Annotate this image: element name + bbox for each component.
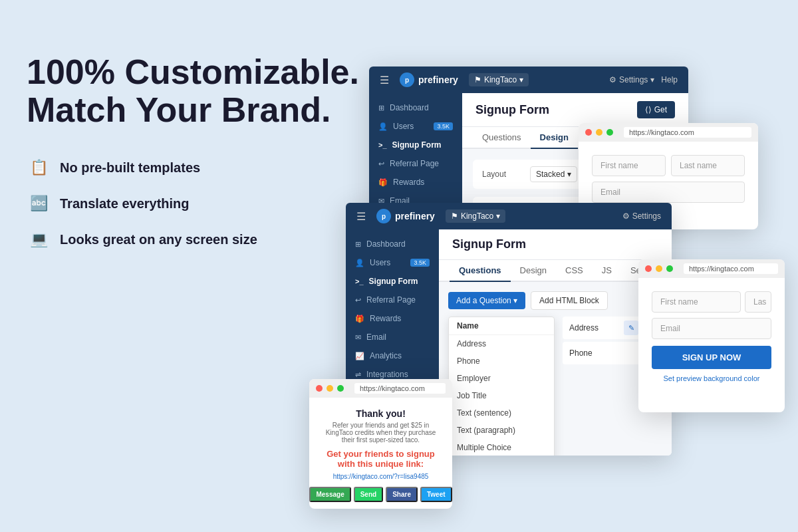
question-label-address: Address	[569, 323, 598, 332]
dropdown-item-text-paragraph[interactable]: Text (paragraph)	[449, 422, 554, 439]
dropdown-item-job-title[interactable]: Job Title	[449, 387, 554, 404]
feature-icon-1: 📋	[27, 156, 51, 180]
signup-btn-front[interactable]: SIGN UP NOW	[652, 346, 771, 369]
browser-bar-referral: https://kingtaco.com	[309, 379, 452, 398]
referral-icon-front: ↩	[355, 296, 361, 305]
sidebar-referral-label: Referral Page	[366, 295, 416, 305]
main-header-front: Signup Form	[439, 229, 672, 260]
dashboard-icon: ⊞	[378, 104, 384, 112]
email-input-front[interactable]: Email	[652, 318, 771, 339]
referral-content: Thank you! Refer your friends and get $2…	[309, 398, 452, 509]
flag-icon-front: ⚑	[451, 211, 458, 221]
share-tweet-btn[interactable]: Tweet	[420, 487, 452, 502]
tab-design-back[interactable]: Design	[531, 127, 578, 149]
dot-yellow-referral	[327, 385, 333, 392]
users-icon: 👤	[378, 122, 388, 131]
signup-icon-front: >_	[355, 277, 364, 285]
add-html-label: Add HTML Block	[539, 296, 599, 305]
last-name-input-back[interactable]: Last name	[671, 155, 745, 176]
sidebar-item-users-front[interactable]: 👤 Users 3.5K	[346, 253, 439, 272]
get-code-btn-back[interactable]: ⟨⟩ Get	[637, 101, 675, 118]
bg-color-link[interactable]: Set preview background color	[652, 374, 771, 382]
tab-js-front[interactable]: JS	[593, 260, 621, 282]
sidebar-email-label: Email	[366, 332, 386, 342]
feature-text-3: Looks great on any screen size	[60, 232, 257, 247]
sidebar-item-signup-front[interactable]: >_ Signup Form	[346, 272, 439, 291]
dot-green-referral	[337, 385, 344, 392]
share-share-btn[interactable]: Share	[386, 487, 418, 502]
app-header-back: ☰ p prefinery ⚑ KingTaco ▾ ⚙ Settings ▾ …	[369, 66, 688, 93]
share-message-btn[interactable]: Message	[309, 487, 350, 502]
org-selector-back[interactable]: ⚑ KingTaco ▾	[469, 73, 529, 86]
first-name-input-back[interactable]: First name	[592, 155, 666, 176]
hamburger-icon-front[interactable]: ☰	[356, 210, 366, 223]
share-send-btn[interactable]: Send	[354, 487, 383, 502]
settings-btn-back[interactable]: ⚙ Settings ▾	[609, 75, 654, 84]
signup-icon: >_	[378, 141, 387, 149]
layout-select[interactable]: Stacked ▾	[530, 166, 577, 182]
sidebar-label-referral: Referral Page	[390, 159, 439, 168]
sidebar-item-dashboard-back[interactable]: ⊞ Dashboard	[369, 98, 462, 117]
referral-window: https://kingtaco.com Thank you! Refer yo…	[309, 379, 452, 509]
add-question-label: Add a Question ▾	[456, 296, 517, 305]
first-name-input-front[interactable]: First name	[652, 291, 741, 313]
sidebar-item-dashboard-front[interactable]: ⊞ Dashboard	[346, 235, 439, 253]
dropdown-item-phone[interactable]: Phone	[449, 352, 554, 370]
sidebar-item-rewards-front[interactable]: 🎁 Rewards	[346, 309, 439, 328]
referral-link[interactable]: https://kingtaco.com/?r=lisa9485	[320, 473, 442, 480]
dot-yellow-front	[656, 265, 662, 272]
sidebar-label-signup: Signup Form	[392, 140, 442, 150]
settings-btn-front[interactable]: ⚙ Settings	[622, 211, 661, 221]
help-btn-back[interactable]: Help	[661, 75, 678, 84]
dropdown-header: Name	[449, 317, 554, 335]
email-input-back[interactable]: Email	[592, 182, 745, 203]
tab-design-front[interactable]: Design	[511, 260, 556, 282]
browser-url-referral: https://kingtaco.com	[354, 383, 446, 394]
rewards-icon: 🎁	[378, 178, 388, 187]
sidebar-item-referral-back[interactable]: ↩ Referral Page	[369, 154, 462, 173]
preview-window-front: https://kingtaco.com First name Las Emai…	[638, 259, 785, 412]
sidebar-signup-label: Signup Form	[369, 277, 418, 286]
edit-address-btn[interactable]: ✎	[624, 321, 638, 335]
sidebar-item-users-back[interactable]: 👤 Users 3.5K	[369, 117, 462, 136]
tab-css-front[interactable]: CSS	[556, 260, 593, 282]
dropdown-item-text-sentence[interactable]: Text (sentence)	[449, 404, 554, 422]
gear-icon: ⚙	[609, 75, 616, 84]
org-name-back: KingTaco	[484, 75, 517, 84]
main-content-front: Signup Form Questions Design CSS JS Sett…	[439, 229, 672, 456]
org-selector-front[interactable]: ⚑ KingTaco ▾	[446, 209, 505, 223]
share-buttons: Message Send Share Tweet	[320, 487, 442, 502]
sidebar-item-analytics-front[interactable]: 📈 Analytics	[346, 346, 439, 365]
feature-item-2: 🔤 Translate everything	[27, 192, 359, 215]
dropdown-item-address[interactable]: Address	[449, 335, 554, 352]
sidebar-label-users: Users	[393, 122, 414, 131]
add-question-btn[interactable]: Add a Question ▾	[448, 292, 525, 309]
analytics-icon-front: 📈	[355, 352, 364, 360]
feature-item-3: 💻 Looks great on any screen size	[27, 227, 359, 251]
layout-value: Stacked	[536, 170, 565, 179]
logo-icon: p	[400, 72, 414, 87]
add-html-btn[interactable]: Add HTML Block	[531, 291, 608, 310]
browser-url-front: https://kingtaco.com	[684, 263, 778, 274]
question-label-phone: Phone	[569, 348, 593, 358]
browser-bar-preview-back: https://kingtaco.com	[579, 123, 758, 142]
hamburger-icon[interactable]: ☰	[380, 74, 389, 86]
dashboard-icon-front: ⊞	[355, 240, 361, 249]
help-label: Help	[661, 75, 678, 84]
dot-yellow-back	[596, 129, 602, 136]
last-name-input-front[interactable]: Las	[745, 291, 771, 313]
dropdown-item-employer[interactable]: Employer	[449, 370, 554, 387]
headline-line1: 100% Customizable.	[27, 53, 359, 91]
dot-red-back	[585, 129, 592, 136]
chevron-icon: ▾	[519, 75, 523, 84]
tab-questions-back[interactable]: Questions	[473, 127, 531, 149]
sidebar-item-signup-back[interactable]: >_ Signup Form	[369, 136, 462, 154]
chevron-settings: ▾	[650, 75, 654, 84]
tab-questions-front[interactable]: Questions	[450, 260, 511, 282]
sidebar-item-rewards-back[interactable]: 🎁 Rewards	[369, 173, 462, 192]
sidebar-item-email-front[interactable]: ✉ Email	[346, 328, 439, 346]
dropdown-item-multiple-choice[interactable]: Multiple Choice	[449, 439, 554, 456]
sidebar-item-referral-front[interactable]: ↩ Referral Page	[346, 291, 439, 309]
tabs-questions: Questions Design CSS JS Settings	[439, 260, 672, 282]
settings-label-front: Settings	[632, 211, 661, 221]
